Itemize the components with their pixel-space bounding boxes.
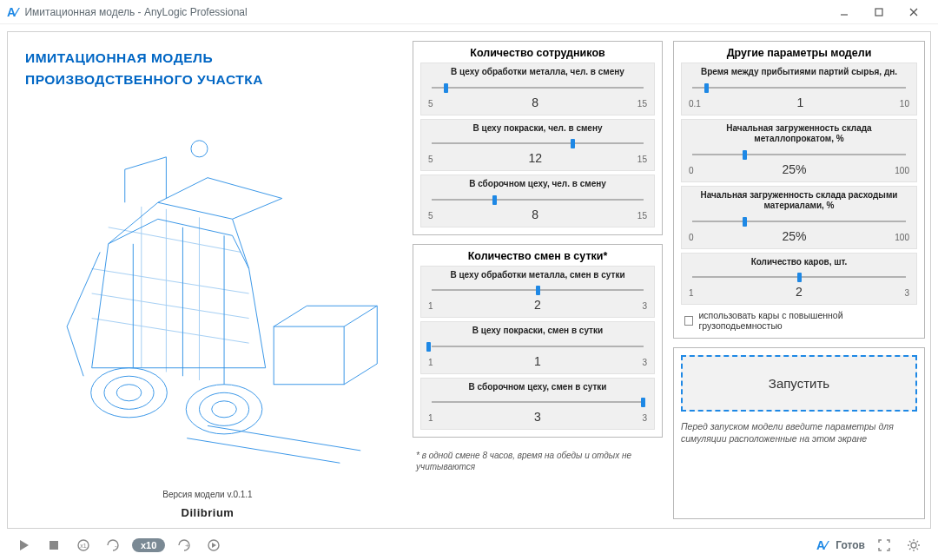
- model-version: Версия модели v.0.1.1: [25, 490, 390, 499]
- shifts-param-0: В цеху обработки металла, смен в сутки12…: [420, 266, 655, 319]
- employees-slider-1[interactable]: [428, 137, 647, 149]
- other-slider-0[interactable]: [689, 82, 909, 94]
- svg-line-14: [109, 227, 241, 253]
- employees-param-0: В цеху обработки металла, чел. в смену58…: [420, 63, 655, 115]
- heavy-carts-checkbox-label: использовать кары с повышенной грузоподь…: [698, 310, 914, 331]
- svg-point-7: [186, 385, 262, 434]
- shifts-max-2: 3: [642, 413, 647, 423]
- shifts-value-0: 2: [534, 298, 541, 312]
- anylogic-logo-icon: A⁄: [816, 538, 827, 552]
- employees-value-1: 12: [528, 151, 542, 165]
- shifts-max-0: 3: [642, 301, 647, 311]
- left-panel: ИМИТАЦИОННАЯ МОДЕЛЬ ПРОИЗВОДСТВЕННОГО УЧ…: [8, 32, 407, 528]
- other-param-3: Количество каров, шт.123: [681, 253, 917, 306]
- shifts-min-1: 1: [428, 358, 433, 367]
- employees-min-2: 5: [428, 211, 433, 221]
- run-hint: Перед запуском модели введите параметры …: [681, 420, 917, 445]
- other-value-1: 25%: [782, 162, 806, 176]
- other-min-1: 0: [689, 166, 694, 175]
- other-slider-1[interactable]: [689, 148, 909, 161]
- run-button[interactable]: Запустить: [681, 355, 917, 412]
- employees-min-0: 5: [428, 99, 433, 109]
- svg-point-4: [91, 368, 168, 418]
- model-title: ИМИТАЦИОННАЯ МОДЕЛЬ ПРОИЗВОДСТВЕННОГО УЧ…: [25, 48, 390, 91]
- run-block: Запустить Перед запуском модели введите …: [673, 347, 925, 519]
- svg-rect-1: [875, 9, 882, 16]
- employees-value-0: 8: [532, 96, 538, 109]
- window-maximize-button[interactable]: [862, 3, 896, 22]
- shifts-slider-1[interactable]: [428, 340, 647, 352]
- window-titlebar: A⁄ Имитационная модель - AnyLogic Profes…: [0, 0, 938, 24]
- fullscreen-icon[interactable]: [874, 537, 895, 554]
- middle-column: Количество сотрудников В цеху обработки …: [407, 32, 668, 528]
- other-value-2: 25%: [782, 229, 806, 243]
- other-label-0: Время между прибытиями партий сырья, дн.: [689, 67, 909, 78]
- svg-text:-: -: [115, 542, 117, 550]
- employees-param-2: В сборочном цеху, чел. в смену5815: [420, 175, 655, 227]
- other-slider-2[interactable]: [689, 215, 909, 227]
- settings-gear-icon[interactable]: [903, 537, 924, 554]
- employees-label-1: В цеху покраски, чел. в смену: [428, 123, 647, 135]
- shifts-value-1: 1: [534, 354, 541, 368]
- shifts-label-2: В сборочном цеху, смен в сутки: [428, 382, 647, 393]
- other-param-1: Начальная загруженность склада металлопр…: [681, 119, 917, 182]
- employees-param-1: В цеху покраски, чел. в смену51215: [420, 119, 655, 172]
- svg-text:x1: x1: [80, 543, 87, 549]
- window-minimize-button[interactable]: [827, 3, 862, 22]
- shifts-min-2: 1: [428, 413, 433, 423]
- svg-rect-10: [274, 326, 344, 385]
- other-min-2: 0: [689, 233, 694, 242]
- employees-block: Количество сотрудников В цеху обработки …: [413, 41, 663, 235]
- speed-x1-icon[interactable]: x1: [73, 537, 94, 554]
- employees-max-2: 15: [637, 211, 647, 221]
- svg-line-11: [92, 269, 249, 294]
- other-params-block-title: Другие параметры модели: [681, 47, 917, 59]
- other-param-2: Начальная загруженность склада расходыми…: [681, 186, 917, 249]
- other-params-block: Другие параметры модели Время между приб…: [673, 41, 925, 339]
- model-title-line2: ПРОИЗВОДСТВЕННОГО УЧАСТКА: [25, 72, 263, 87]
- shifts-value-2: 3: [534, 410, 541, 424]
- skip-forward-icon[interactable]: [203, 537, 224, 554]
- shifts-param-1: В цеху покраски, смен в сутки113: [420, 321, 655, 374]
- svg-line-13: [92, 319, 249, 344]
- speed-up-icon[interactable]: +: [174, 537, 195, 554]
- svg-rect-20: [50, 541, 58, 550]
- other-min-3: 1: [689, 288, 694, 298]
- shifts-block: Количество смен в сутки* В цеху обработк…: [413, 244, 663, 438]
- employees-slider-2[interactable]: [428, 194, 647, 206]
- stop-icon[interactable]: [43, 537, 64, 554]
- heavy-carts-checkbox[interactable]: [684, 316, 693, 326]
- shifts-label-1: В цеху покраски, смен в сутки: [428, 326, 647, 337]
- shifts-label-0: В цеху обработки металла, смен в сутки: [428, 270, 647, 281]
- window-title: Имитационная модель - AnyLogic Professio…: [24, 6, 827, 18]
- speed-indicator[interactable]: x10: [132, 538, 165, 552]
- svg-point-6: [116, 385, 142, 401]
- other-slider-3[interactable]: [689, 271, 909, 283]
- window-close-button[interactable]: [896, 3, 931, 22]
- svg-point-27: [911, 543, 916, 548]
- employees-label-2: В сборочном цеху, чел. в смену: [428, 179, 647, 190]
- other-label-3: Количество каров, шт.: [689, 257, 909, 268]
- shifts-slider-0[interactable]: [428, 284, 647, 296]
- svg-point-8: [199, 393, 248, 426]
- other-label-1: Начальная загруженность склада металлопр…: [689, 123, 909, 145]
- svg-point-9: [212, 401, 237, 418]
- other-label-2: Начальная загруженность склада расходыми…: [689, 190, 909, 212]
- employees-value-2: 8: [532, 208, 538, 221]
- employees-slider-0[interactable]: [428, 82, 647, 94]
- other-param-0: Время между прибытиями партий сырья, дн.…: [681, 63, 917, 115]
- shifts-min-0: 1: [428, 301, 433, 311]
- svg-marker-19: [20, 540, 29, 550]
- other-value-3: 2: [796, 285, 803, 299]
- heavy-carts-checkbox-row[interactable]: использовать кары с повышенной грузоподь…: [681, 310, 917, 331]
- speed-down-icon[interactable]: -: [102, 537, 123, 554]
- shifts-slider-2[interactable]: [428, 396, 647, 408]
- bottom-toolbar: x1 - x10 + A⁄ Готов: [7, 534, 931, 557]
- shifts-max-1: 3: [642, 358, 647, 367]
- other-min-0: 0.1: [689, 99, 701, 109]
- play-icon[interactable]: [14, 537, 35, 554]
- employees-max-0: 15: [637, 99, 647, 109]
- brand-label: Dilibrium: [25, 506, 390, 519]
- shifts-block-title: Количество смен в сутки*: [420, 250, 655, 262]
- employees-min-1: 5: [428, 155, 433, 164]
